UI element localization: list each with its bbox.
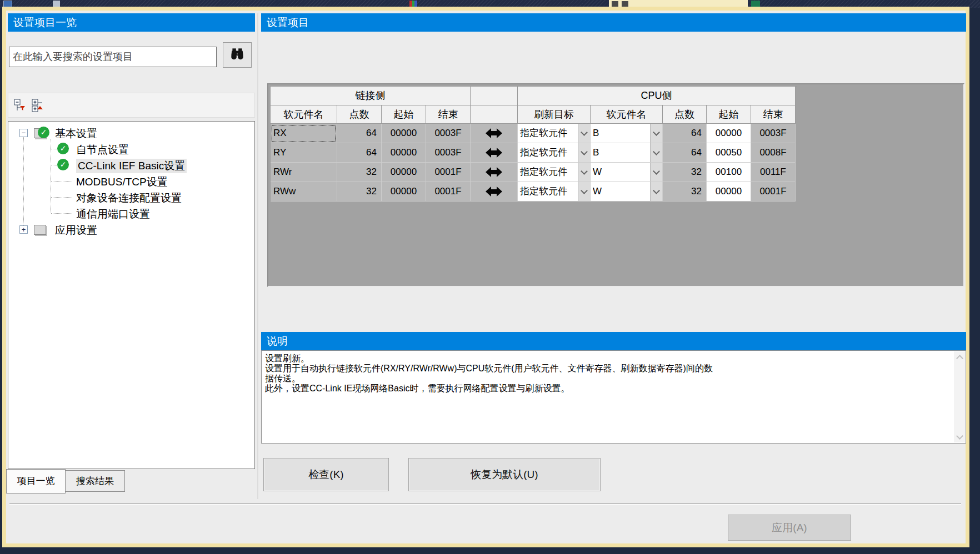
link-points-cell[interactable]: 32	[337, 163, 382, 182]
link-end-cell[interactable]: 0003F	[426, 143, 471, 163]
col-arrow	[471, 105, 518, 124]
search-button[interactable]	[223, 42, 252, 68]
cpu-points-cell[interactable]: 32	[663, 163, 707, 182]
link-points-cell[interactable]: 64	[337, 143, 382, 163]
description-box: 设置刷新。 设置用于自动执行链接软元件(RX/RY/RWr/RWw)与CPU软元…	[261, 350, 966, 444]
col-refresh-target: 刷新目标	[518, 105, 591, 124]
check-button[interactable]: 检查(K)	[263, 458, 389, 491]
link-start-cell[interactable]: 00000	[382, 163, 426, 182]
tree-item-modbus-tcp[interactable]: MODBUS/TCP设置	[8, 173, 253, 189]
refresh-target-select[interactable]: 指定软元件	[518, 143, 591, 163]
tree-connector	[51, 181, 72, 182]
cpu-start-cell[interactable]: 00000	[707, 124, 751, 143]
dropdown-button[interactable]	[650, 143, 662, 162]
table-row: RWr 32 00000 0001F 指定软元件 W 32 00100 0011…	[271, 163, 797, 182]
apply-button[interactable]: 应用(A)	[728, 515, 851, 541]
table-row: RX 64 00000 0003F 指定软元件 B 64 00000 0003F	[271, 124, 797, 143]
tree-item-own-node[interactable]: ✓ 自节点设置	[8, 141, 253, 157]
tree-item-cclink-ief-basic[interactable]: ✓ CC-Link IEF Basic设置	[8, 157, 253, 173]
tree-item-application-settings[interactable]: + 应用设置	[8, 221, 253, 238]
cpu-points-cell[interactable]: 32	[663, 182, 707, 202]
arrow-column-header	[471, 87, 518, 105]
dropdown-button[interactable]	[650, 163, 662, 182]
tree-item-label: 通信用端口设置	[76, 207, 150, 221]
panel-splitter[interactable]	[257, 13, 258, 499]
link-end-cell[interactable]: 0001F	[426, 182, 471, 202]
scroll-up-icon[interactable]	[954, 351, 965, 362]
dropdown-button[interactable]	[578, 163, 590, 182]
link-start-cell[interactable]: 00000	[382, 143, 426, 163]
toolbar-mini-icon[interactable]	[612, 1, 618, 7]
tab-search-results[interactable]: 搜索结果	[65, 470, 125, 492]
toolbar-mini-icon[interactable]	[622, 1, 628, 7]
cpu-end-cell[interactable]: 0001F	[751, 182, 796, 202]
check-icon: ✓	[57, 159, 69, 170]
table-row: RWw 32 00000 0001F 指定软元件 W 32 00000 0001…	[271, 182, 797, 202]
link-device-cell[interactable]: RWw	[271, 182, 337, 202]
link-device-cell[interactable]: RY	[271, 143, 337, 163]
link-end-cell[interactable]: 0003F	[426, 124, 471, 143]
tree-item-label: 自节点设置	[76, 143, 129, 157]
tree-item-label: 对象设备连接配置设置	[76, 191, 182, 205]
collapse-tree-icon[interactable]	[13, 98, 28, 113]
link-end-cell[interactable]: 0001F	[426, 163, 471, 182]
cpu-end-cell[interactable]: 0011F	[751, 163, 796, 182]
col-cpu-end: 结束	[751, 105, 796, 124]
cpu-device-select[interactable]: B	[591, 143, 663, 163]
tree-item-comm-port[interactable]: 通信用端口设置	[8, 205, 253, 221]
cpu-points-cell[interactable]: 64	[663, 124, 707, 143]
dropdown-button[interactable]	[578, 124, 590, 143]
check-icon: ✓	[38, 127, 49, 138]
col-link-start: 起始	[382, 105, 426, 124]
footer-divider	[9, 503, 961, 505]
col-link-end: 结束	[426, 105, 471, 124]
folder-icon	[34, 225, 46, 235]
item-list-panel-title: 设置项目一览	[8, 13, 255, 32]
tree-item-label-selected: CC-Link IEF Basic设置	[76, 159, 187, 173]
refresh-target-select[interactable]: 指定软元件	[518, 182, 591, 202]
check-icon: ✓	[57, 143, 69, 154]
expand-tree-icon[interactable]	[31, 98, 46, 113]
link-points-cell[interactable]: 32	[337, 182, 382, 202]
scroll-down-icon[interactable]	[954, 431, 965, 442]
cpu-start-cell[interactable]: 00100	[707, 163, 751, 182]
col-cpu-start: 起始	[707, 105, 751, 124]
description-line: 此外，设置CC-Link IE现场网络Basic时，需要执行网络配置设置与刷新设…	[262, 384, 966, 394]
dropdown-button[interactable]	[578, 143, 590, 162]
tree-connector	[51, 149, 57, 149]
description-line: 设置刷新。	[262, 354, 966, 364]
settings-tree: − ✓ 基本设置 ✓ 自节点设置 ✓ CC-Link IEF Basic设置 M…	[8, 121, 255, 469]
link-device-cell[interactable]: RWr	[271, 163, 337, 182]
expand-expander-icon[interactable]: +	[19, 225, 28, 234]
dropdown-button[interactable]	[578, 182, 590, 201]
cpu-start-cell[interactable]: 00050	[707, 143, 751, 163]
search-input[interactable]	[9, 47, 217, 67]
tree-item-label: MODBUS/TCP设置	[76, 175, 168, 189]
refresh-target-select[interactable]: 指定软元件	[518, 124, 591, 143]
link-device-cell[interactable]: RX	[271, 124, 337, 143]
cpu-device-select[interactable]: W	[591, 163, 663, 182]
col-link-device: 软元件名	[271, 105, 337, 124]
cpu-points-cell[interactable]: 64	[663, 143, 707, 163]
cpu-device-select[interactable]: W	[591, 182, 663, 202]
cpu-start-cell[interactable]: 00000	[707, 182, 751, 202]
dropdown-button[interactable]	[650, 124, 662, 143]
collapse-expander-icon[interactable]: −	[19, 129, 28, 137]
cpu-end-cell[interactable]: 0008F	[751, 143, 796, 163]
dropdown-button[interactable]	[650, 182, 662, 201]
link-start-cell[interactable]: 00000	[382, 182, 426, 202]
tree-toolbar	[8, 93, 255, 118]
cpu-end-cell[interactable]: 0003F	[751, 124, 796, 143]
restore-default-button[interactable]: 恢复为默认(U)	[408, 458, 601, 491]
refresh-target-select[interactable]: 指定软元件	[518, 163, 591, 182]
description-scrollbar[interactable]	[954, 351, 965, 442]
tab-item-list[interactable]: 项目一览	[6, 469, 66, 493]
tree-connector	[51, 213, 72, 214]
cpu-device-select[interactable]: B	[591, 124, 663, 143]
settings-window: 设置项目一览	[6, 11, 966, 543]
link-start-cell[interactable]: 00000	[382, 124, 426, 143]
tree-item-target-device-config[interactable]: 对象设备连接配置设置	[8, 189, 253, 205]
link-points-cell[interactable]: 64	[337, 124, 382, 143]
transfer-arrow-icon	[471, 143, 518, 163]
tree-item-basic-settings[interactable]: − ✓ 基本设置	[8, 125, 253, 141]
